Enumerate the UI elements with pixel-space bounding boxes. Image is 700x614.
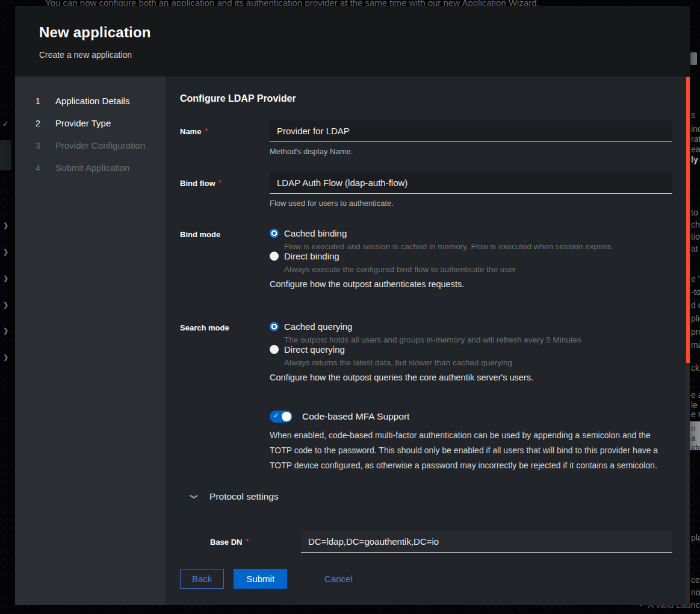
bind-flow-help-text: Flow used for users to authenticate. — [270, 199, 672, 208]
radio-unselected-icon[interactable] — [270, 252, 279, 261]
search-mode-note: Configure how the outpost queries the co… — [270, 373, 672, 382]
required-asterisk: * — [205, 127, 207, 134]
chevron-right-icon: ❯ — [3, 353, 8, 361]
radio-selected-icon[interactable] — [270, 229, 279, 238]
step-number: 4 — [35, 163, 41, 173]
required-asterisk: * — [246, 538, 248, 545]
chevron-right-icon: ❯ — [3, 248, 8, 256]
content-scrollbar-thumb[interactable] — [686, 77, 690, 363]
wizard-step-provider-configuration[interactable]: 3 Provider Configuration — [15, 134, 166, 157]
bg-text-fragment: e a — [691, 390, 700, 400]
form-row-bind-mode: Bind mode Cached binding Flow is execute… — [180, 228, 672, 289]
background-button-fragment — [690, 52, 697, 65]
bg-text-fragment: ly a — [691, 155, 700, 164]
bg-text-fragment: ine — [691, 124, 700, 134]
radio-label: Direct binding — [284, 251, 339, 261]
name-input[interactable] — [270, 120, 672, 142]
radio-label: Cached querying — [284, 321, 352, 332]
required-asterisk: * — [219, 179, 221, 186]
bind-flow-label: Bind flow* — [180, 172, 270, 208]
back-button[interactable]: Back — [180, 569, 224, 589]
radio-unselected-icon[interactable] — [270, 345, 279, 354]
chevron-right-icon: ❯ — [3, 301, 8, 309]
radio-cached-querying[interactable]: Cached querying — [270, 321, 672, 332]
modal-footer: Back Submit Cancel — [180, 569, 355, 589]
name-help-text: Method's display Name. — [270, 147, 672, 156]
step-label: Application Details — [55, 96, 129, 106]
bg-text-fragment: n a — [691, 424, 700, 443]
check-icon: ✓ — [2, 119, 9, 128]
bg-text-fragment: rat — [691, 134, 700, 144]
toggle-knob — [282, 412, 291, 421]
step-label: Provider Configuration — [55, 140, 145, 150]
wizard-content: Configure LDAP Provider Name* Method's d… — [166, 76, 690, 605]
base-dn-label: Base DN* — [210, 531, 301, 553]
form-row-search-mode: Search mode Cached querying The outpost … — [180, 321, 672, 382]
background-gray-box-fragment: n a efe — [690, 421, 700, 450]
modal-header: New application Create a new application — [15, 6, 690, 76]
bg-text-fragment: tion — [691, 232, 700, 241]
mfa-toggle-row[interactable]: ✓ Code-based MFA Support — [270, 411, 672, 423]
bg-text-fragment: ea — [691, 144, 700, 154]
bg-text-fragment: efe — [691, 443, 700, 450]
modal-subtitle: Create a new application — [39, 50, 690, 60]
mfa-toggle-label: Code-based MFA Support — [302, 411, 409, 422]
cancel-button[interactable]: Cancel — [322, 569, 355, 589]
bg-text-fragment: to — [691, 208, 698, 217]
radio-help-text: Always execute the configured bind flow … — [270, 265, 672, 274]
bg-text-fragment: le — [691, 400, 698, 410]
bg-text-fragment: at — [691, 244, 698, 253]
wizard-steps-sidebar: 1 Application Details 2 Provider Type 3 … — [15, 76, 166, 605]
label-text: Base DN — [210, 538, 242, 547]
bind-mode-note: Configure how the outpost authenticates … — [270, 279, 672, 289]
bg-text-fragment: -to — [691, 287, 700, 297]
form-row-bind-flow: Bind flow* Flow used for users to authen… — [180, 172, 672, 208]
modal-title: New application — [39, 24, 690, 41]
bg-text-fragment: ck — [691, 363, 699, 373]
mfa-toggle-switch[interactable]: ✓ — [270, 411, 293, 423]
form-row-base-dn: Base DN* — [210, 531, 672, 553]
content-scrollbar-track[interactable] — [686, 76, 690, 605]
submit-button[interactable]: Submit — [234, 569, 287, 589]
bg-text-fragment: plie — [691, 314, 700, 323]
bg-text-fragment: e "o — [691, 274, 700, 284]
label-text: Name — [180, 127, 201, 136]
bg-text-fragment: d o — [691, 300, 700, 310]
check-icon: ✓ — [273, 412, 279, 420]
radio-direct-binding[interactable]: Direct binding — [270, 251, 672, 261]
new-application-modal: New application Create a new application… — [15, 6, 690, 605]
wizard-step-provider-type[interactable]: 2 Provider Type — [15, 112, 166, 134]
radio-help-text: The outpost holds all users and groups i… — [270, 335, 672, 344]
bind-flow-select[interactable] — [270, 172, 672, 194]
protocol-settings-label: Protocol settings — [209, 491, 279, 502]
wizard-step-application-details[interactable]: 1 Application Details — [15, 90, 166, 112]
step-label: Provider Type — [55, 118, 111, 128]
protocol-settings-expander[interactable]: ❯ Protocol settings — [191, 491, 279, 502]
step-number: 3 — [35, 141, 41, 150]
bg-text-fragment: e n — [691, 409, 700, 419]
radio-cached-binding[interactable]: Cached binding — [270, 228, 672, 238]
radio-label: Cached binding — [284, 228, 347, 238]
page-title: Configure LDAP Provider — [180, 93, 296, 104]
form-row-name: Name* Method's display Name. — [180, 120, 672, 156]
chevron-right-icon: ❯ — [3, 274, 8, 282]
background-row-highlight — [0, 140, 11, 170]
base-dn-input[interactable] — [301, 531, 672, 553]
radio-selected-icon[interactable] — [270, 322, 279, 331]
name-label: Name* — [180, 120, 270, 156]
form-row-mfa: ✓ Code-based MFA Support When enabled, c… — [180, 411, 672, 473]
chevron-down-icon: ❯ — [190, 494, 199, 500]
bg-text-fragment: pla — [691, 533, 700, 542]
chevron-right-icon: ❯ — [3, 222, 8, 229]
label-text: Search mode — [180, 323, 229, 332]
chevron-right-icon: ❯ — [3, 327, 8, 335]
background-left-rail: ✓ ❯ ❯ ❯ ❯ ❯ ❯ — [0, 0, 15, 614]
bg-text-fragment: pro — [691, 327, 700, 336]
mfa-help-text: When enabled, code-based multi-factor au… — [270, 428, 672, 473]
label-text: Bind flow — [180, 179, 215, 188]
label-text: Bind mode — [180, 230, 220, 239]
search-mode-label: Search mode — [180, 321, 270, 382]
radio-direct-querying[interactable]: Direct querying — [270, 344, 672, 355]
wizard-step-submit-application[interactable]: 4 Submit Application — [15, 157, 166, 179]
step-label: Submit Application — [55, 163, 129, 173]
